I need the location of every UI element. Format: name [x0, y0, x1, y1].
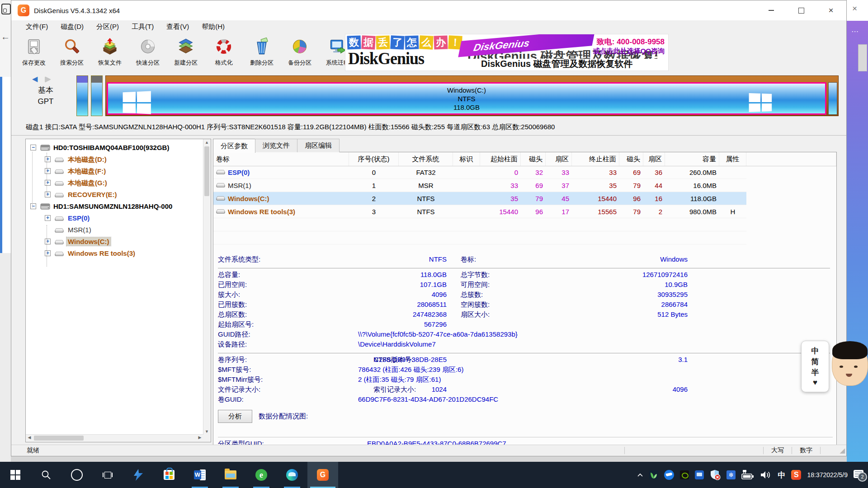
- taskbar-search-button[interactable]: [31, 462, 61, 488]
- tree-item-1[interactable]: +本地磁盘(D:): [26, 154, 203, 165]
- tray-battery[interactable]: [741, 469, 754, 480]
- expander-icon[interactable]: +: [45, 156, 51, 162]
- cortana-button[interactable]: [61, 462, 92, 488]
- tray-expand-chevron[interactable]: [637, 473, 643, 477]
- column-header-3[interactable]: 标识: [453, 152, 480, 166]
- taskbar-store[interactable]: [154, 462, 184, 488]
- expander-icon[interactable]: −: [30, 145, 36, 150]
- toolbar-backup-partition[interactable]: 备份分区: [281, 33, 319, 71]
- column-header-9[interactable]: 扇区: [643, 152, 665, 166]
- tree-item-0[interactable]: −HD0:TOSHIBAMQ04ABF100(932GB): [26, 142, 203, 154]
- taskbar-edge[interactable]: [277, 462, 307, 488]
- floating-helper-widget[interactable]: 中 简 半 ♥: [801, 340, 868, 395]
- tray-security[interactable]: [710, 469, 721, 480]
- scroll-left-icon[interactable]: ◀: [26, 435, 33, 440]
- column-header-4[interactable]: 起始柱面: [480, 152, 521, 166]
- tree-item-5[interactable]: −HD1:SAMSUNGMZNLN128HAHQ-000: [26, 201, 203, 212]
- column-header-8[interactable]: 磁头: [619, 152, 643, 166]
- tab-1[interactable]: 浏览文件: [255, 139, 297, 152]
- prev-disk-arrow-icon[interactable]: ◀: [32, 75, 40, 83]
- partition-row-3[interactable]: Windows RE tools(3)3NTFS1544096171556579…: [213, 205, 746, 218]
- tray-ime-indicator[interactable]: 中: [778, 470, 785, 480]
- toolbar-delete-partition[interactable]: 删除分区: [243, 33, 281, 71]
- menu-item-0[interactable]: 文件(F): [19, 20, 54, 33]
- toolbar-search-partition[interactable]: 搜索分区: [53, 33, 91, 71]
- partition-segment-msr[interactable]: [91, 75, 103, 116]
- tree-item-4[interactable]: +RECOVERY(E:): [26, 189, 203, 201]
- back-arrow-icon[interactable]: ←: [1, 32, 10, 42]
- tray-snowflake-app[interactable]: ❄: [726, 470, 736, 479]
- resize-grip[interactable]: ◢: [840, 446, 845, 455]
- tree-vertical-scrollbar[interactable]: ▲ ▼: [203, 139, 211, 435]
- expander-icon[interactable]: −: [30, 203, 36, 209]
- taskbar-diskgenius[interactable]: G: [307, 462, 338, 488]
- column-header-11[interactable]: 属性: [719, 152, 746, 166]
- menu-item-1[interactable]: 磁盘(D): [54, 20, 90, 33]
- column-header-7[interactable]: 终止柱面: [572, 152, 619, 166]
- more-options-icon[interactable]: ⋯: [851, 27, 859, 36]
- partition-row-1[interactable]: MSR(1)1MSR33693735794416.0MB: [213, 179, 746, 192]
- tree-item-7[interactable]: MSR(1): [26, 224, 203, 236]
- maximize-button[interactable]: [791, 4, 811, 17]
- tray-intel-graphics[interactable]: [695, 470, 704, 479]
- notification-center-button[interactable]: 2: [854, 469, 865, 480]
- partition-row-0[interactable]: ESP(0)0FAT3203233336936260.0MB: [213, 166, 746, 179]
- toolbar-recover-files[interactable]: 恢复文件: [91, 33, 129, 71]
- taskbar-360-browser[interactable]: e: [246, 462, 277, 488]
- tab-0[interactable]: 分区参数: [213, 139, 255, 153]
- column-header-1[interactable]: 序号(状态): [349, 152, 399, 166]
- tree-item-6[interactable]: +ESP(0): [26, 212, 203, 224]
- start-button[interactable]: [0, 462, 31, 488]
- column-header-6[interactable]: 扇区: [546, 152, 572, 166]
- expander-icon[interactable]: +: [45, 168, 51, 174]
- column-header-5[interactable]: 磁头: [521, 152, 546, 166]
- banner-qq-link[interactable]: 或点击此处选择QQ咨询: [593, 47, 665, 56]
- expander-icon[interactable]: +: [45, 192, 51, 197]
- expander-icon[interactable]: +: [45, 215, 51, 221]
- toolbar-format[interactable]: 格式化: [205, 33, 243, 71]
- scroll-up-icon[interactable]: ▲: [203, 140, 210, 145]
- ad-banner[interactable]: 数据丢了怎么办！ DiskGenius DiskGenius 磁盘管理及数据恢复…: [345, 34, 669, 71]
- tree-horizontal-scrollbar[interactable]: ◀ ▶: [26, 434, 203, 442]
- tray-nvidia[interactable]: [680, 470, 689, 479]
- background-scrollbar[interactable]: [858, 44, 867, 71]
- task-view-button[interactable]: [92, 462, 123, 488]
- tree-item-9[interactable]: +Windows RE tools(3): [26, 248, 203, 259]
- tray-sogou[interactable]: S: [791, 470, 801, 480]
- menu-item-4[interactable]: 查看(V): [160, 20, 195, 33]
- close-button[interactable]: ×: [821, 4, 841, 17]
- column-header-2[interactable]: 文件系统: [399, 152, 453, 166]
- ime-switch-card[interactable]: 中 简 半 ♥: [801, 341, 829, 392]
- partition-segment-windows-c[interactable]: Windows(C:) NTFS 118.0GB: [107, 82, 826, 115]
- tab-2[interactable]: 扇区编辑: [297, 139, 340, 152]
- taskbar-file-explorer[interactable]: [215, 462, 246, 488]
- scroll-thumb[interactable]: [34, 436, 84, 441]
- scroll-right-icon[interactable]: ▶: [197, 435, 203, 440]
- tree-item-2[interactable]: +本地磁盘(F:): [26, 165, 203, 177]
- minimize-button[interactable]: [761, 4, 781, 17]
- menu-item-3[interactable]: 工具(T): [125, 20, 160, 33]
- expander-icon[interactable]: +: [45, 239, 51, 244]
- partition-segment-re-tools[interactable]: [828, 82, 837, 115]
- scroll-down-icon[interactable]: ▼: [203, 429, 210, 434]
- tray-volume[interactable]: [760, 470, 772, 480]
- expander-icon[interactable]: +: [45, 250, 51, 256]
- tree-item-3[interactable]: +本地磁盘(G:): [26, 177, 203, 189]
- partition-segment-esp[interactable]: [76, 75, 88, 116]
- taskbar-lightning-app[interactable]: [123, 462, 154, 488]
- tree-item-8[interactable]: +Windows(C:): [26, 236, 203, 248]
- taskbar-word[interactable]: W: [184, 462, 215, 488]
- toolbar-new-partition[interactable]: 新建分区: [167, 33, 205, 71]
- column-header-0[interactable]: 卷标: [213, 152, 349, 166]
- menu-item-5[interactable]: 帮助(H): [195, 20, 231, 33]
- expander-icon[interactable]: +: [45, 180, 51, 186]
- analyze-button[interactable]: 分析: [218, 410, 252, 423]
- partition-row-2[interactable]: Windows(C:)2NTFS357945154409616118.0GB: [213, 192, 746, 205]
- tray-leaf-app[interactable]: [649, 470, 658, 479]
- scroll-thumb[interactable]: [204, 146, 209, 196]
- toolbar-quick-partition[interactable]: 快速分区: [129, 33, 167, 71]
- taskbar-clock[interactable]: 18:37 2022/5/9: [807, 471, 848, 479]
- toolbar-save[interactable]: 保存更改: [15, 33, 53, 71]
- background-close-icon[interactable]: ×: [852, 4, 857, 14]
- tray-dingtalk[interactable]: [664, 470, 674, 480]
